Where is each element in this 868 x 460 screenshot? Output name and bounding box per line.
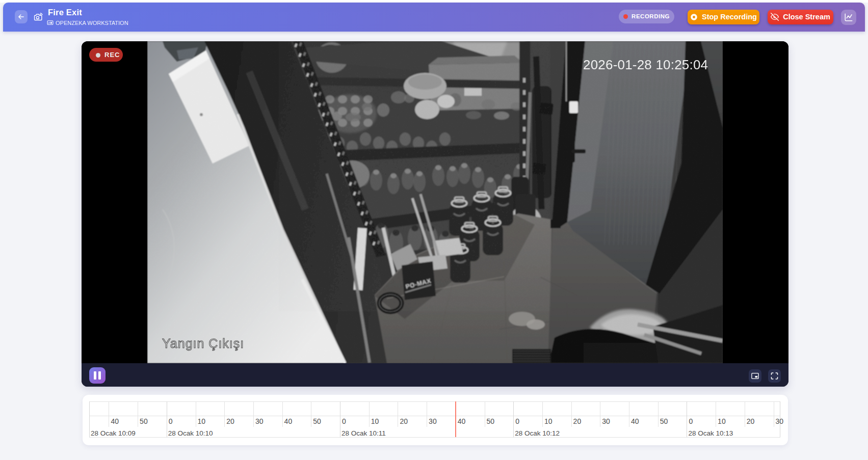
svg-text:2026-01-28 10:25:04: 2026-01-28 10:25:04: [583, 57, 708, 72]
svg-text:Yangın Çıkışı: Yangın Çıkışı: [162, 336, 244, 350]
